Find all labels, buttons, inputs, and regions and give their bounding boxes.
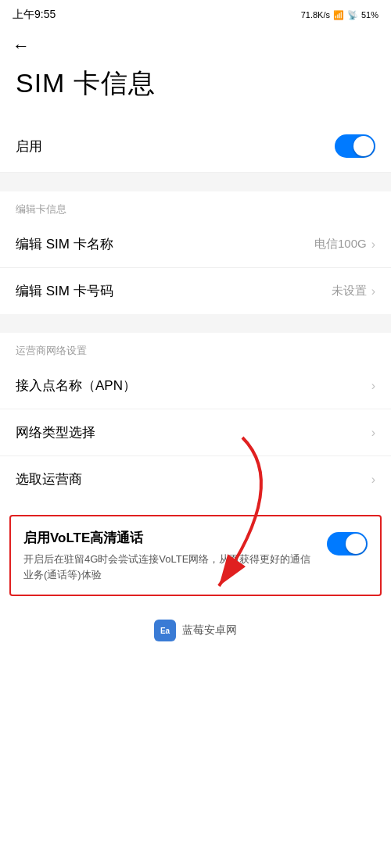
volte-section: 启用VoLTE高清通话 开启后在驻留4G时会尝试连接VoLTE网络，从而获得更好… [9,515,382,596]
watermark-icon: Ea [154,620,176,641]
back-button[interactable]: ← [0,28,391,59]
watermark-text: 蓝莓安卓网 [182,623,237,638]
edit-sim-name-row[interactable]: 编辑 SIM 卡名称 电信100G › [0,221,391,268]
watermark: Ea 蓝莓安卓网 [0,596,391,649]
divider-2 [0,314,391,333]
signal-icon: 📶 [333,10,344,20]
network-type-row[interactable]: 网络类型选择 › [0,409,391,456]
chevron-icon-3: › [371,379,375,393]
wifi-icon: 📡 [347,10,358,20]
enable-row: 启用 [0,120,391,173]
edit-section: 编辑卡信息 编辑 SIM 卡名称 电信100G › 编辑 SIM 卡号码 未设置… [0,191,391,314]
apn-label: 接入点名称（APN） [16,377,136,395]
status-bar: 上午9:55 71.8K/s 📶 📡 51% [0,0,391,28]
network-section: 运营商网络设置 接入点名称（APN） › 网络类型选择 › 选取运营商 › [0,333,391,502]
volte-text: 启用VoLTE高清通话 开启后在驻留4G时会尝试连接VoLTE网络，从而获得更好… [23,529,319,582]
network-speed: 71.8K/s [301,10,330,20]
edit-sim-name-value: 电信100G [314,237,367,252]
edit-sim-number-value: 未设置 [332,284,367,298]
volte-desc: 开启后在驻留4G时会尝试连接VoLTE网络，从而获得更好的通信业务(通话等)体验 [23,552,319,582]
battery-icon: 51% [361,10,378,20]
chevron-icon-4: › [371,426,375,440]
chevron-icon: › [371,238,375,252]
status-time: 上午9:55 [13,8,56,22]
network-type-label: 网络类型选择 [16,423,95,441]
carrier-label: 选取运营商 [16,470,82,488]
apn-row[interactable]: 接入点名称（APN） › [0,363,391,409]
divider-1 [0,173,391,191]
network-section-label: 运营商网络设置 [0,333,391,363]
enable-label: 启用 [16,138,42,155]
edit-sim-name-label: 编辑 SIM 卡名称 [16,235,113,253]
carrier-row[interactable]: 选取运营商 › [0,456,391,502]
chevron-icon-5: › [371,473,375,487]
edit-sim-number-row[interactable]: 编辑 SIM 卡号码 未设置 › [0,268,391,314]
page-title: SIM 卡信息 [0,59,391,120]
chevron-icon-2: › [371,284,375,298]
volte-title: 启用VoLTE高清通话 [23,529,319,547]
status-icons: 71.8K/s 📶 📡 51% [301,10,378,20]
spacer [0,502,391,515]
edit-sim-number-label: 编辑 SIM 卡号码 [16,282,113,300]
enable-toggle[interactable] [335,134,375,158]
edit-section-label: 编辑卡信息 [0,191,391,221]
volte-toggle[interactable] [327,532,368,555]
